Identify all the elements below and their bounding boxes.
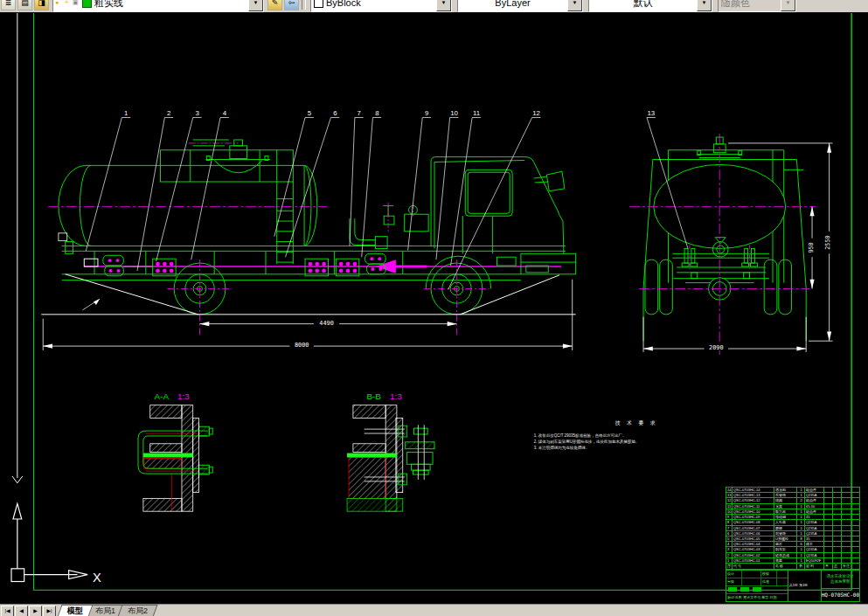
layer-previous-icon[interactable]: ⇦ (284, 0, 299, 10)
tech-notes: 技 术 要 求 1. 改装后按QC/T 29035标准检验，合格后方可出厂。 2… (534, 420, 658, 450)
linetype-value: ByLayer (458, 0, 567, 8)
layers-dialog-icon[interactable]: ≣ (1, 0, 16, 10)
svg-text:4490: 4490 (319, 320, 333, 327)
section-aa-label: A-A (155, 391, 170, 401)
svg-text:4: 4 (223, 109, 227, 117)
section-bb-label: B-B (367, 391, 382, 401)
section-bb-scale: 1:3 (390, 391, 402, 401)
parts-col-name: 名 称 (774, 564, 797, 570)
parts-col-w1: 单 (824, 564, 833, 570)
layer-name: 粗实线 (92, 0, 248, 10)
section-aa: A-A 1:3 (138, 391, 212, 511)
next-tab-button[interactable]: ▶ (29, 606, 42, 616)
ucs-x-label: X (93, 571, 101, 585)
svg-text:2: 2 (167, 109, 170, 117)
section-bb: B-B 1:3 (347, 391, 434, 511)
color-combo-dropdown[interactable]: ▼ (436, 0, 451, 11)
svg-text:3: 3 (195, 109, 199, 117)
svg-text:3. 未注明焊缝均为连续角焊缝。: 3. 未注明焊缝均为连续角焊缝。 (534, 445, 590, 451)
layer-combo-dropdown[interactable]: ▼ (248, 0, 263, 11)
plotstyle-combo-dropdown: ▼ (781, 0, 795, 11)
svg-text:11: 11 (473, 109, 480, 117)
parts-col-no: 序 (726, 564, 733, 570)
parts-list: 14QSC-0703HC-14洒水炮1组合件13QSC-0703HC-13后管路… (726, 487, 860, 564)
lock-icon[interactable]: ▣ (73, 0, 80, 6)
parts-col-code: 代 号 (733, 564, 774, 570)
svg-text:8: 8 (375, 109, 379, 117)
svg-text:7: 7 (358, 109, 361, 117)
u-bolt-box (336, 259, 358, 276)
lineweight-value: 默认 (589, 0, 697, 10)
lightbulb-icon[interactable]: ● (55, 0, 62, 6)
rear-spring-shackle (365, 253, 386, 274)
svg-text:13: 13 (648, 109, 656, 117)
svg-text:9: 9 (425, 109, 428, 117)
linetype-combo[interactable]: ByLayer ▼ (457, 0, 583, 12)
svg-text:10: 10 (450, 109, 458, 117)
section-aa-scale: 1:3 (177, 391, 190, 401)
front-spring-shackle (103, 255, 153, 276)
prev-tab-button[interactable]: ◀ (15, 606, 28, 616)
svg-text:12: 12 (532, 109, 540, 117)
pump-piping (350, 203, 428, 249)
lineweight-combo[interactable]: 默认 ▼ (588, 0, 712, 12)
drawing-number: HQ-070SHC-00 (822, 589, 859, 601)
properties-toolbar: ≣ ▤ ◨ ● ☀ ▣ 粗实线 ▼ ✎ ⇦ ByBlock ▼ ByLayer … (0, 0, 868, 13)
svg-text:6: 6 (333, 109, 337, 117)
lineweight-combo-dropdown[interactable]: ▼ (697, 0, 712, 11)
layer-states-icon[interactable]: ▤ (17, 0, 32, 10)
parts-list-header: 序 代 号 名 称 数 材 料 单 总 备注 (726, 564, 860, 570)
color-value: ByBlock (323, 0, 436, 8)
stage-marks (726, 586, 788, 594)
layout-tab-bar: |◀ ◀ ▶ ▶| 模型 布局1 布局2 (0, 604, 868, 616)
cab (426, 157, 575, 289)
tab-layout2[interactable]: 布局2 (117, 605, 157, 616)
layer-color-swatch[interactable] (82, 0, 92, 8)
autocad-window: { "toolbar": { "layer_combo": {"value": … (0, 0, 868, 616)
toolbar-separator (302, 0, 306, 10)
color-combo[interactable]: ByBlock ▼ (310, 0, 452, 12)
svg-text:2550: 2550 (824, 235, 831, 249)
notes-title: 技 术 要 求 (615, 420, 658, 426)
layer-tools-icon[interactable]: ◨ (34, 0, 49, 10)
sheet-info: 共1张 第1张 (789, 583, 809, 587)
front-wheel (424, 260, 489, 337)
signature-grid: 设计 校核 审核 批准 标记 处数 更改文件号 签字 日期 (726, 571, 788, 601)
title-block: 14QSC-0703HC-14洒水炮1组合件13QSC-0703HC-13后管路… (726, 487, 860, 602)
svg-text:1. 改装后按QC/T 29035标准检验，合格后方可出厂。: 1. 改装后按QC/T 29035标准检验，合格后方可出厂。 (534, 433, 627, 439)
parts-col-w2: 总 (833, 564, 842, 570)
linetype-combo-dropdown[interactable]: ▼ (567, 0, 582, 11)
rear-view (629, 134, 816, 355)
svg-text:950: 950 (808, 242, 815, 253)
sun-icon[interactable]: ☀ (64, 0, 71, 6)
revision-row: 标记 处数 更改文件号 签字 日期 (726, 594, 788, 601)
svg-text:8000: 8000 (295, 342, 309, 349)
parts-col-note: 备注 (842, 564, 860, 570)
svg-text:5: 5 (308, 109, 312, 117)
bolt-assembly (406, 425, 434, 480)
svg-text:2090: 2090 (709, 344, 723, 351)
first-tab-button[interactable]: |◀ (1, 606, 14, 616)
last-tab-button[interactable]: ▶| (43, 606, 56, 616)
title-block-middle: 共1张 第1张 (788, 571, 822, 601)
parts-col-mat: 材 料 (805, 564, 824, 570)
drawing-title: 洒水车改装设计 总体布置图 (822, 571, 859, 589)
make-layer-current-icon[interactable]: ✎ (267, 0, 282, 10)
u-bolt-box (305, 259, 328, 276)
plotstyle-combo: 随颜色 ▼ (718, 0, 796, 12)
ucs-icon: X (11, 503, 101, 584)
svg-text:2. 罐体与副车架采用U形螺栓连接，连接处加垫木及橡胶垫。: 2. 罐体与副车架采用U形螺栓连接，连接处加垫木及橡胶垫。 (534, 439, 640, 444)
parts-col-qty: 数 (797, 564, 805, 570)
color-swatch (314, 0, 323, 8)
tab-model[interactable]: 模型 (57, 605, 93, 616)
layer-combo[interactable]: ● ☀ ▣ 粗实线 ▼ (52, 0, 264, 12)
side-view (41, 140, 575, 337)
svg-text:1: 1 (124, 109, 128, 117)
rear-wheel (167, 260, 232, 337)
plotstyle-value: 随颜色 (719, 0, 781, 10)
